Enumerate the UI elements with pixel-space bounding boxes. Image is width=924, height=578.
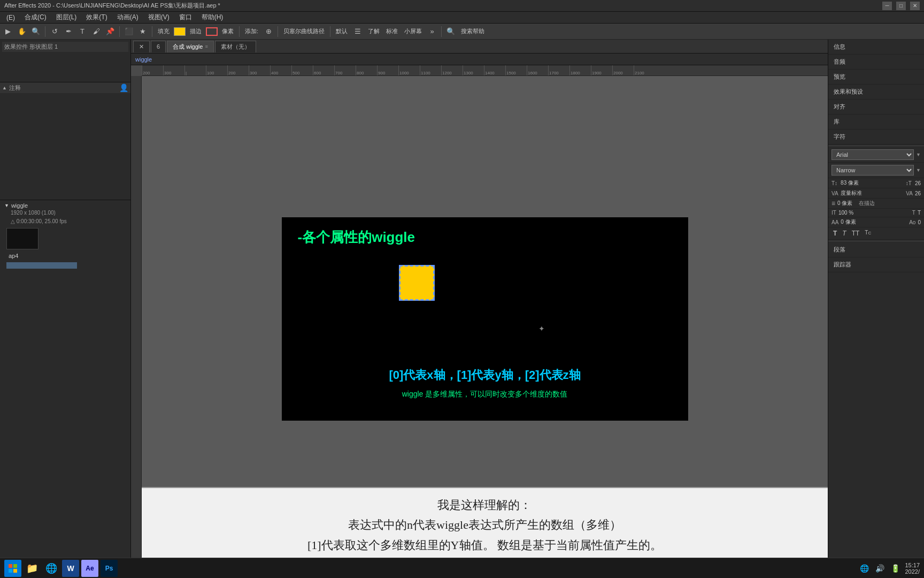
toolbar-sep-1 [45, 26, 45, 37]
effects-panel-title: 效果控件 形状图层 1 [2, 42, 128, 52]
effects-presets-item[interactable]: 效果和预设 [828, 85, 924, 100]
minimize-button[interactable]: ─ [882, 2, 892, 10]
material-tab[interactable]: 素材（无） [215, 41, 256, 52]
network-icon[interactable]: 🌐 [858, 564, 871, 573]
tracking-value[interactable]: 度量标准 [841, 189, 862, 197]
ps-icon[interactable]: Ps [101, 560, 118, 577]
text-tool[interactable]: T [76, 26, 88, 37]
ruler-tick: 1800 [569, 65, 591, 75]
file-explorer-icon[interactable]: 📁 [24, 560, 41, 577]
scale-v-value[interactable]: T [918, 210, 921, 216]
menu-effects[interactable]: 效果(T) [82, 12, 111, 23]
comp-tab-close[interactable]: ≡ [205, 44, 207, 49]
star-tool[interactable]: ★ [137, 26, 149, 37]
audio-panel-item[interactable]: 音频 [828, 55, 924, 70]
clock-time: 15:17 [905, 562, 920, 568]
right-panel-divider [828, 146, 924, 146]
add-icon[interactable]: ⊕ [263, 26, 274, 37]
close-button[interactable]: ✕ [910, 2, 920, 10]
scale-h-value[interactable]: 100 % [838, 210, 853, 216]
italic-button[interactable]: T [841, 230, 848, 237]
leading-value[interactable]: 0 像素 [837, 200, 852, 207]
pen-tool[interactable]: ✒ [63, 26, 74, 37]
menu-animation[interactable]: 动画(A) [113, 12, 143, 23]
zoom-tool[interactable]: 🔍 [30, 26, 42, 37]
font-style-dropdown[interactable]: Narrow [831, 165, 914, 176]
notes-panel: ▲ 注释 👤 [0, 82, 130, 200]
word-icon[interactable]: W [62, 560, 79, 577]
font-name-dropdown[interactable]: Arial [831, 149, 914, 160]
menu-window[interactable]: 窗口 [175, 12, 196, 23]
small-screen-label: 小屏幕 [402, 27, 424, 35]
tracker-item[interactable]: 跟踪器 [828, 257, 924, 272]
baseline-aa-label: AA [831, 219, 838, 225]
search-icon[interactable]: 🔍 [445, 26, 457, 37]
ruler-tick: 500 [291, 65, 313, 75]
toolbar-sep-6 [330, 26, 330, 37]
align-item[interactable]: 对齐 [828, 100, 924, 115]
character-item[interactable]: 字符 [828, 130, 924, 144]
comp-tab[interactable]: 合成 wiggle ≡ [167, 41, 214, 52]
note-overlay: 我是这样理解的： 表达式中的n代表wiggle表达式所产生的数组（多维） [1]… [142, 487, 828, 562]
breadcrumb-wiggle[interactable]: wiggle [135, 56, 152, 63]
default-icon[interactable]: ☰ [352, 26, 364, 37]
info-panel-item[interactable]: 信息 [828, 40, 924, 55]
font-size-value[interactable]: 83 像素 [841, 179, 859, 187]
library-item[interactable]: 库 [828, 115, 924, 130]
ae-icon[interactable]: Ae [81, 560, 98, 577]
menu-edit[interactable]: (E) [2, 13, 19, 22]
notes-arrow: ▲ [2, 85, 7, 90]
ao-value[interactable]: 0 [918, 219, 921, 225]
battery-icon[interactable]: 🔋 [889, 564, 902, 573]
canvas-wrapper: 200 300 | 100 200 300 400 500 600 700 80… [131, 65, 828, 562]
ruler-tick: 400 [270, 65, 291, 75]
baseline-value[interactable]: 0 像素 [841, 218, 856, 226]
comp-time: △ 0:00:30:00, 25.00 fps [11, 217, 126, 226]
start-button[interactable] [4, 560, 21, 577]
hand-tool[interactable]: ✋ [16, 26, 28, 37]
canvas-main: -各个属性的wiggle ✦ [0]代表x轴，[1]代表y轴，[2]代表z轴 w… [142, 76, 828, 562]
toolbar-sep-5 [278, 26, 278, 37]
edge-icon[interactable]: 🌐 [43, 560, 60, 577]
notes-label: 注释 [9, 84, 21, 92]
preview-panel-item[interactable]: 预览 [828, 70, 924, 85]
menu-layer[interactable]: 图层(L) [52, 12, 81, 23]
comp-number[interactable]: 6 [151, 41, 166, 52]
fill-color[interactable] [174, 27, 186, 36]
center-area: ✕ 6 合成 wiggle ≡ 素材（无） wiggle 200 300 | 1… [131, 40, 828, 562]
rotate-tool[interactable]: ↺ [49, 26, 60, 37]
tc-button[interactable]: TC [863, 230, 873, 237]
kern-value[interactable]: 26 [915, 180, 921, 186]
scale-it-label: IT [831, 210, 836, 216]
notes-user-icon: 👤 [119, 83, 128, 92]
ruler-tick: 800 [356, 65, 377, 75]
comp-name: wiggle [11, 202, 28, 209]
preview-thumbnail [6, 228, 38, 249]
tt-button[interactable]: TT [850, 230, 861, 237]
ruler-tick: 1000 [398, 65, 420, 75]
more-icon[interactable]: » [426, 26, 438, 37]
add-label: 添加: [243, 27, 260, 35]
puppet-tool[interactable]: 📌 [104, 26, 116, 37]
ruler-tick: 1700 [548, 65, 569, 75]
clock-date: 2022/ [905, 568, 920, 575]
bold-button[interactable]: T [831, 230, 838, 237]
taskbar-right: 🌐 🔊 🔋 15:17 2022/ [858, 562, 920, 575]
select-tool[interactable]: ▶ [2, 26, 14, 37]
close-icon[interactable]: ✕ [139, 43, 144, 50]
volume-icon[interactable]: 🔊 [874, 564, 886, 573]
stroke-color[interactable] [206, 27, 218, 36]
menu-composition[interactable]: 合成(C) [20, 12, 51, 23]
left-panel: 效果控件 形状图层 1 ▲ 注释 👤 ▼ wiggle 1920 x 1080 … [0, 40, 131, 562]
ruler-tick: | [184, 65, 206, 75]
close-icon-tab[interactable]: ✕ [133, 41, 150, 52]
para-item[interactable]: 段落 [828, 242, 924, 257]
menu-help[interactable]: 帮助(H) [197, 12, 228, 23]
shape-tool[interactable]: ⬛ [123, 26, 135, 37]
maximize-button[interactable]: □ [896, 2, 906, 10]
kern-num[interactable]: 26 [915, 191, 921, 196]
menu-view[interactable]: 视图(V) [144, 12, 174, 23]
brush-tool[interactable]: 🖌 [90, 26, 102, 37]
ruler-top: 200 300 | 100 200 300 400 500 600 700 80… [142, 65, 828, 76]
main-layout: 效果控件 形状图层 1 ▲ 注释 👤 ▼ wiggle 1920 x 1080 … [0, 40, 924, 562]
